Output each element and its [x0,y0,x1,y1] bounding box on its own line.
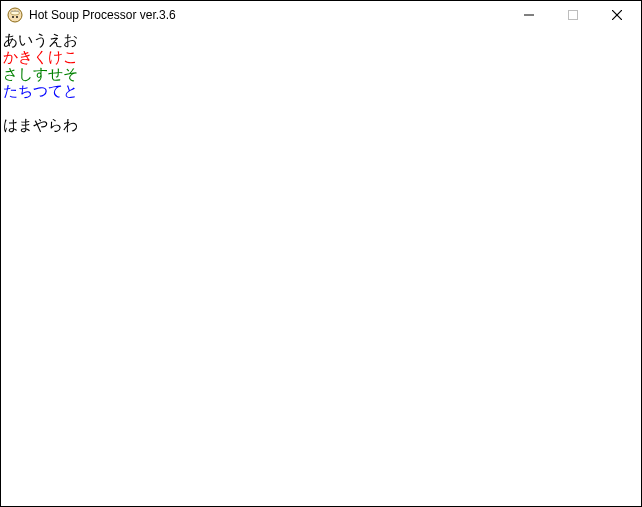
close-button[interactable] [595,1,639,29]
svg-rect-5 [569,11,578,20]
client-area: あいうえおかきくけこさしすせそたちつてとはまやらわ [1,29,641,506]
output-line: さしすせそ [3,65,641,82]
window-title: Hot Soup Processor ver.3.6 [29,8,507,22]
output-line: かきくけこ [3,48,641,65]
svg-point-1 [11,11,20,15]
output-line: たちつてと [3,82,641,99]
app-icon [7,7,23,23]
output-line: はまやらわ [3,116,641,133]
output-line: あいうえお [3,31,641,48]
window-controls [507,1,639,29]
svg-point-2 [12,16,14,18]
svg-point-3 [16,16,18,18]
output-line [3,99,641,116]
minimize-button[interactable] [507,1,551,29]
titlebar[interactable]: Hot Soup Processor ver.3.6 [1,1,641,29]
app-window: Hot Soup Processor ver.3.6 あいうえおかきくけこさしす… [0,0,642,507]
maximize-button[interactable] [551,1,595,29]
